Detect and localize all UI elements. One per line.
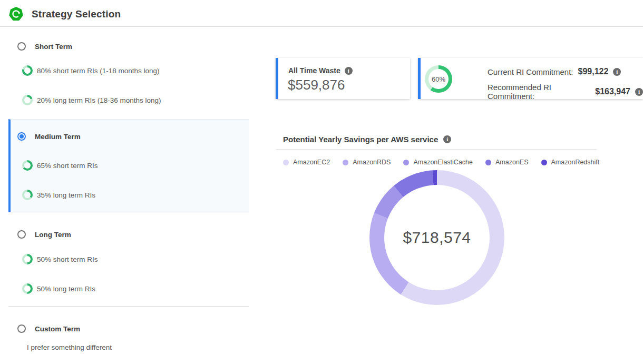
legend-dot-icon (541, 160, 547, 165)
allocation-label: 80% short term RIs (1-18 months long) (37, 67, 160, 75)
legend-dot-icon (485, 160, 491, 165)
strategy-label-medium-term: Medium Term (35, 133, 81, 141)
radio-custom-term[interactable] (17, 324, 26, 333)
legend-dot-icon (403, 160, 409, 165)
info-icon[interactable]: i (345, 67, 353, 75)
info-icon[interactable]: i (613, 68, 621, 76)
donut-total-value: $718,574 (403, 229, 471, 247)
strategy-label-long-term: Long Term (35, 231, 71, 239)
strategy-option-medium-term-box[interactable]: Medium Term 65% short term RIs 35% long … (8, 119, 249, 212)
allocation-item: 50% short term RIs (22, 253, 98, 265)
allocation-label: 20% long term RIs (18-36 months long) (37, 96, 161, 104)
legend-label: AmazonElastiCache (413, 159, 473, 166)
legend-item-amazones[interactable]: AmazonES (485, 159, 529, 166)
all-time-waste-label: All Time Waste (288, 66, 340, 75)
radio-medium-term[interactable] (17, 132, 26, 141)
chart-divider (276, 149, 597, 150)
strategy-label-short-term: Short Term (35, 43, 72, 51)
legend-dot-icon (343, 160, 348, 165)
allocation-item: 50% long term RIs (22, 282, 95, 295)
all-time-waste-card: All Time Waste i $559,876 (276, 58, 410, 99)
strategy-label-custom-term: Custom Term (35, 325, 80, 333)
legend-item-amazonec2[interactable]: AmazonEC2 (283, 159, 330, 166)
allocation-item: 65% short term RIs (22, 159, 98, 172)
page-header: Strategy Selection (0, 0, 643, 27)
allocation-ring-icon (22, 160, 33, 171)
all-time-waste-value: $559,876 (288, 77, 345, 93)
strategy-selection-page: Strategy Selection Short Term 80% short … (0, 0, 643, 364)
allocation-ring-icon (22, 254, 33, 264)
allocation-ring-icon (22, 190, 33, 200)
commitment-gauge-value: 60% (428, 69, 449, 89)
allocation-ring-icon (22, 283, 33, 294)
commitment-gauge-icon: 60% (425, 65, 452, 93)
strategy-option-medium-term[interactable]: Medium Term (17, 130, 81, 143)
savings-donut-chart[interactable]: $718,574 (369, 170, 504, 305)
current-ri-commitment-value: $99,122 (578, 67, 609, 76)
allocation-label: 50% short term RIs (37, 255, 98, 263)
info-icon[interactable]: i (443, 135, 451, 143)
current-ri-commitment-label: Current RI Commitment: (488, 67, 573, 76)
allocation-label: 50% long term RIs (37, 285, 95, 293)
chart-title: Potential Yearly Savings per AWS service (283, 135, 438, 144)
cloudability-logo-icon (9, 7, 23, 21)
allocation-item: 35% long term RIs (22, 189, 95, 201)
allocation-item: 20% long term RIs (18-36 months long) (22, 94, 161, 106)
allocation-label: 35% long term RIs (37, 191, 95, 199)
legend-label: AmazonRedshift (551, 159, 600, 166)
info-icon[interactable]: i (635, 88, 643, 96)
panel-divider (8, 306, 249, 307)
legend-label: AmazonRDS (353, 159, 391, 166)
ri-commitment-card: 60% Current RI Commitment: $99,122 i Rec… (418, 58, 643, 99)
allocation-ring-icon (22, 65, 33, 76)
legend-label: AmazonEC2 (293, 159, 330, 166)
legend-label: AmazonES (495, 159, 529, 166)
strategy-option-short-term[interactable]: Short Term (17, 40, 72, 53)
legend-item-amazonredshift[interactable]: AmazonRedshift (541, 159, 600, 166)
chart-legend: AmazonEC2 AmazonRDS AmazonElastiCache Am… (283, 159, 599, 166)
radio-short-term[interactable] (17, 42, 26, 51)
page-title: Strategy Selection (32, 8, 121, 20)
strategy-option-custom-term[interactable]: Custom Term (17, 322, 80, 335)
legend-item-amazonrds[interactable]: AmazonRDS (343, 159, 391, 166)
allocation-ring-icon (22, 95, 33, 105)
custom-term-description: I prefer something different (27, 343, 112, 351)
legend-item-amazonelasticache[interactable]: AmazonElastiCache (403, 159, 473, 166)
strategy-option-long-term[interactable]: Long Term (17, 228, 71, 241)
allocation-label: 65% short term RIs (37, 162, 98, 170)
radio-long-term[interactable] (17, 230, 26, 239)
recommended-ri-commitment-value: $163,947 (595, 87, 630, 96)
legend-dot-icon (283, 160, 289, 165)
allocation-item: 80% short term RIs (1-18 months long) (22, 64, 160, 77)
donut-hole: $718,574 (384, 185, 490, 290)
recommended-ri-commitment-label: Recommended RI Commitment: (488, 83, 590, 101)
